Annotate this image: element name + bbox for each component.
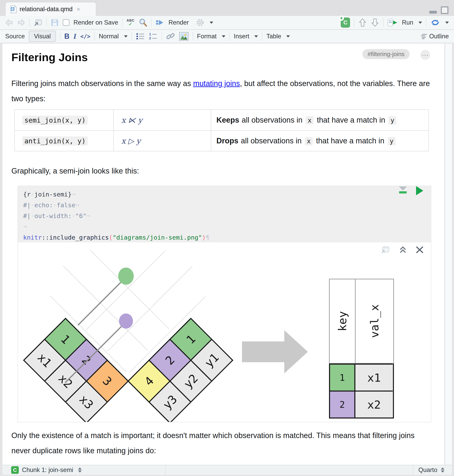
chunk-code-editor[interactable]: {r·join-semi}¬ #|·echo:·false¬ #|·out-wi… — [18, 186, 431, 242]
anti-join-math: x ▷ y — [121, 136, 141, 145]
tab-close-icon[interactable]: × — [76, 6, 80, 13]
join-functions-table: semi_join(x, y) x ⋉ y Keeps all observat… — [14, 109, 429, 151]
heading-menu-button[interactable]: ··· — [420, 50, 430, 60]
result-header-valx: val_x — [368, 304, 381, 338]
graphically-paragraph: Graphically, a semi-join looks like this… — [11, 163, 431, 179]
source-mode-button[interactable]: Source — [5, 33, 25, 40]
document-mode-label: Quarto — [418, 466, 438, 474]
forward-icon[interactable] — [17, 19, 25, 26]
quarto-file-icon — [10, 5, 17, 13]
italic-button[interactable]: I — [74, 32, 76, 40]
document-mode-caret-icon — [441, 468, 444, 473]
table-menu[interactable]: Table — [266, 33, 281, 40]
code-chunk: {r·join-semi}¬ #|·echo:·false¬ #|·out-wi… — [18, 186, 431, 422]
result-arrow-head — [284, 330, 308, 373]
outline-icon — [420, 33, 427, 39]
previous-chunk-icon[interactable] — [358, 18, 367, 27]
chunk-output: 1 2 3 x1 x2 x3 4 2 1 y3 y2 y1 — [18, 242, 431, 422]
save-icon[interactable] — [51, 19, 59, 27]
paragraph-style-caret-icon[interactable] — [124, 35, 128, 38]
closing-paragraph: Only the existence of a match is importa… — [11, 428, 431, 458]
anti-join-description: Drops all observations in x that have a … — [216, 136, 397, 145]
svg-text:1: 1 — [149, 32, 151, 36]
spellcheck-icon[interactable]: ABC✓ — [127, 19, 135, 27]
chunk-navigator-label: Chunk 1: join-semi — [22, 466, 73, 474]
run-all-above-icon[interactable] — [399, 187, 407, 194]
page-title: Filtering Joins — [11, 51, 88, 64]
join-semi-diagram: 1 2 3 x1 x2 x3 4 2 1 y3 y2 y1 — [18, 242, 431, 422]
render-button[interactable]: Render — [168, 19, 189, 26]
link-icon[interactable] — [166, 32, 175, 40]
y-table: 4 2 1 y3 y2 y1 — [127, 318, 233, 422]
main-toolbar: Render on Save ABC✓ Render — [0, 16, 454, 30]
vertical-scrollbar[interactable] — [445, 44, 452, 465]
run-chunk-icon[interactable] — [416, 186, 423, 195]
insert-caret-icon[interactable] — [254, 35, 258, 38]
outline-toggle[interactable]: Outline — [420, 33, 449, 40]
match-dot-key2 — [119, 313, 133, 329]
render-on-save-label: Render on Save — [74, 19, 118, 26]
source-refresh-icon[interactable] — [431, 18, 440, 27]
chunk-header-line: {r·join-semi}¬ — [23, 189, 431, 200]
chunk-blank-line: ¬ — [23, 221, 431, 232]
result-header-key: key — [336, 311, 349, 331]
run-caret-icon[interactable] — [418, 22, 422, 24]
run-button[interactable]: Run — [402, 19, 413, 26]
document-mode-selector[interactable]: Quarto — [413, 465, 450, 475]
tab-bar: relational-data.qmd × — [0, 0, 454, 16]
image-icon[interactable] — [179, 32, 189, 41]
intro-paragraph: Filtering joins match observations in th… — [11, 76, 431, 106]
result-arrow — [242, 341, 284, 362]
code-button[interactable]: </> — [80, 33, 91, 40]
format-menu[interactable]: Format — [197, 33, 217, 40]
gear-caret-icon[interactable] — [210, 22, 213, 24]
svg-text:2: 2 — [149, 36, 151, 40]
visual-mode-button[interactable]: Visual — [29, 31, 56, 42]
render-on-save-checkbox[interactable] — [63, 19, 69, 26]
semi-join-math: x ⋉ y — [121, 116, 142, 125]
minimize-pane-icon[interactable] — [429, 11, 437, 14]
format-toolbar: Source Visual B I </> Normal 1 2 — [0, 30, 454, 43]
chunk-language-icon: C — [11, 466, 19, 474]
render-icon[interactable] — [156, 19, 165, 26]
match-dot-key1 — [118, 268, 134, 285]
format-caret-icon[interactable] — [222, 35, 225, 38]
bold-button[interactable]: B — [64, 32, 69, 40]
numbered-list-icon[interactable]: 1 2 — [149, 32, 158, 40]
chunk-navigator[interactable]: C Chunk 1: join-semi — [2, 466, 82, 474]
semi-join-description: Keeps all observations in x that have a … — [216, 116, 398, 124]
back-icon[interactable] — [5, 19, 13, 26]
semi-join-code: semi_join(x, y) — [22, 116, 88, 125]
table-row: anti_join(x, y) x ▷ y Drops all observat… — [15, 130, 428, 151]
run-icon[interactable] — [387, 18, 398, 27]
heading-anchor-badge: #filtering-joins — [362, 49, 410, 59]
mutating-joins-link[interactable]: mutating joins — [193, 79, 240, 88]
source-caret-icon[interactable] — [445, 22, 449, 24]
paragraph-style-select[interactable]: Normal — [99, 33, 119, 40]
open-in-new-window-icon[interactable] — [34, 19, 42, 27]
chunk-code-line: knitr::include_graphics("diagrams/join-s… — [23, 232, 431, 243]
chunk-navigator-caret-icon — [78, 468, 82, 473]
table-caret-icon[interactable] — [286, 35, 290, 38]
table-row: semi_join(x, y) x ⋉ y Keeps all observat… — [15, 110, 428, 130]
x-table: 1 2 3 x1 x2 x3 — [23, 318, 129, 422]
maximize-pane-icon[interactable] — [441, 6, 448, 14]
chunk-option-line: #|·echo:·false¬ — [23, 200, 431, 211]
result-table: key val_x 1 x1 2 x2 — [329, 279, 394, 418]
gear-icon[interactable] — [196, 18, 204, 27]
status-divider — [165, 466, 166, 475]
anti-join-code: anti_join(x, y) — [22, 136, 88, 145]
match-line-key1 — [77, 277, 126, 326]
search-icon[interactable] — [139, 18, 147, 27]
next-chunk-icon[interactable] — [371, 18, 379, 27]
editor-canvas[interactable]: Filtering Joins #filtering-joins ··· Fil… — [2, 44, 445, 465]
tab-title: relational-data.qmd — [20, 6, 72, 13]
chunk-option-line: #|·out-width:·"6"¬ — [23, 211, 431, 221]
rstudio-source-pane: relational-data.qmd × — [0, 0, 454, 476]
insert-menu[interactable]: Insert — [234, 33, 249, 40]
insert-chunk-icon[interactable]: C+ — [341, 18, 350, 28]
tab-relational-data[interactable]: relational-data.qmd × — [6, 2, 96, 16]
bullet-list-icon[interactable] — [136, 32, 145, 40]
status-bar: C Chunk 1: join-semi Quarto — [2, 465, 452, 475]
